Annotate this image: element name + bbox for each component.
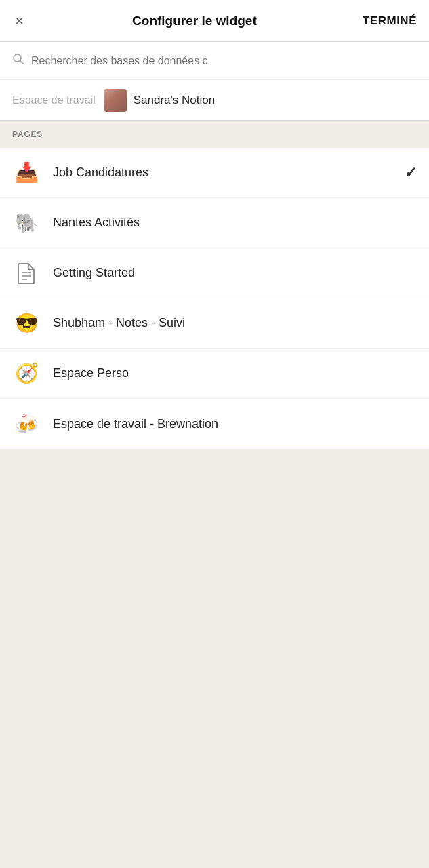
pages-section-header: PAGES (0, 121, 429, 148)
done-button[interactable]: TERMINÉ (363, 14, 417, 28)
page-title-job-candidatures: Job Candidatures (53, 165, 398, 180)
list-item[interactable]: Getting Started (0, 248, 429, 298)
workspace-label: Espace de travail (12, 94, 96, 106)
page-title: Configurer le widget (132, 14, 257, 28)
search-input[interactable] (31, 55, 417, 67)
selected-checkmark: ✓ (405, 164, 417, 182)
list-item[interactable]: 🧭 Espace Perso (0, 349, 429, 399)
page-icon-nantes-activites: 🐘 (12, 209, 41, 237)
section-label: PAGES (12, 130, 43, 139)
workspace-row[interactable]: Espace de travail Sandra's Notion (0, 80, 429, 121)
page-title-getting-started: Getting Started (53, 266, 417, 280)
search-bar (0, 42, 429, 80)
page-title-espace-travail-brewnation: Espace de travail - Brewnation (53, 417, 417, 431)
page-icon-getting-started (12, 259, 41, 288)
list-item[interactable]: 📥 Job Candidatures ✓ (0, 148, 429, 198)
list-item[interactable]: 😎 Shubham - Notes - Suivi (0, 298, 429, 349)
svg-line-1 (20, 61, 24, 64)
close-button[interactable]: × (12, 11, 26, 31)
page-title-espace-perso: Espace Perso (53, 366, 417, 380)
list-item[interactable]: 🍻 Espace de travail - Brewnation (0, 399, 429, 449)
page-icon-job-candidatures: 📥 (12, 159, 41, 187)
workspace-name: Sandra's Notion (134, 94, 215, 107)
page-icon-shubham-notes: 😎 (12, 309, 41, 338)
empty-area (0, 449, 429, 761)
list-item[interactable]: 🐘 Nantes Activités (0, 198, 429, 248)
page-title-nantes-activites: Nantes Activités (53, 216, 417, 230)
pages-list: 📥 Job Candidatures ✓ 🐘 Nantes Activités … (0, 148, 429, 449)
page-icon-espace-perso: 🧭 (12, 359, 41, 388)
page-icon-espace-travail-brewnation: 🍻 (12, 410, 41, 438)
page-title-shubham-notes: Shubham - Notes - Suivi (53, 316, 417, 330)
header: × Configurer le widget TERMINÉ (0, 0, 429, 42)
search-icon (12, 53, 24, 68)
avatar (104, 89, 127, 112)
